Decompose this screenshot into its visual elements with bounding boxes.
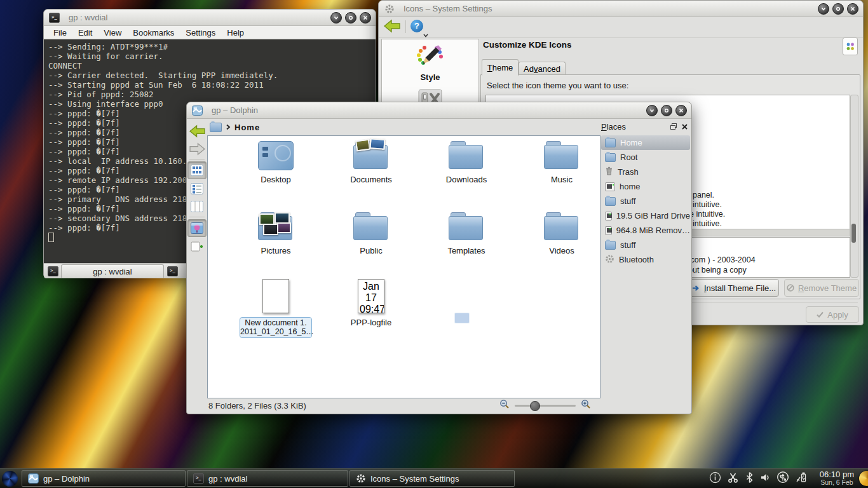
places-item-trash[interactable]: Trash (601, 165, 690, 179)
toolbar-separator (189, 217, 205, 217)
tab-theme[interactable]: Theme (482, 59, 519, 76)
clock-date: Sun, 6 Feb (820, 479, 854, 487)
panel-cashew-icon[interactable] (859, 471, 868, 486)
bluetooth-gear-icon (605, 254, 614, 266)
dolphin-icon-view[interactable]: Desktop Documents Downloads Music (207, 135, 600, 398)
app-launcher-icon[interactable] (2, 471, 18, 487)
folder-music[interactable]: Music (524, 141, 600, 184)
usb-device-icon[interactable] (776, 471, 789, 486)
close-button[interactable] (675, 105, 687, 116)
close-button[interactable] (360, 12, 371, 24)
apply-button[interactable]: Apply (806, 306, 859, 323)
folder-templates[interactable]: Templates (428, 212, 505, 255)
maximize-button[interactable] (832, 3, 844, 15)
preview-icon[interactable] (187, 219, 207, 237)
sidebar-item-style[interactable]: Style (382, 39, 478, 82)
close-button[interactable] (847, 3, 858, 15)
menu-help[interactable]: Help (222, 28, 248, 37)
folder-desktop[interactable]: Desktop (238, 141, 314, 184)
folder-public[interactable]: Public (333, 212, 409, 255)
task-dolphin[interactable]: gp – Dolphin (22, 470, 186, 487)
columns-view-icon[interactable] (188, 198, 206, 215)
home-folder-icon[interactable] (210, 123, 222, 132)
menu-file[interactable]: File (49, 28, 71, 37)
theme-list-item-fragment: intuitive. (693, 200, 722, 209)
places-item-root[interactable]: Root (601, 150, 690, 165)
places-item-home-partition[interactable]: home (601, 179, 690, 194)
taskbar: gp – Dolphin >_ gp : wvdial Icons – Syst… (0, 468, 868, 488)
tab-advanced[interactable]: Advanced (519, 62, 566, 76)
terminal-line: --> Waiting for carrier. (48, 51, 371, 61)
new-tab-icon[interactable]: >_ (48, 266, 58, 276)
terminal-tab[interactable]: gp : wvdial (61, 264, 164, 278)
theme-description-fragment: .com ) - 2003-2004 (688, 255, 756, 264)
back-arrow-icon[interactable] (384, 19, 400, 36)
file-ppp-logfile[interactable]: Jan 17 09:47:18 gp-Aspire-5738 pppd[1946… (333, 279, 409, 327)
terminal-menubar: File Edit View Bookmarks Settings Help (44, 26, 376, 39)
terminal-titlebar[interactable]: >_ gp : wvdial (44, 10, 376, 26)
places-item-removable[interactable]: 964.8 MiB Remov… (601, 223, 690, 238)
menu-settings[interactable]: Settings (181, 28, 220, 37)
dolphin-window-title: gp – Dolphin (212, 105, 258, 115)
folder-pictures[interactable]: Pictures (238, 212, 314, 255)
details-view-icon[interactable] (188, 180, 206, 197)
folder-videos[interactable]: Videos (524, 212, 600, 255)
folder-documents[interactable]: Documents (333, 141, 409, 184)
install-theme-file-button[interactable]: Install Theme File... (689, 279, 779, 297)
system-settings-titlebar[interactable]: Icons – System Settings (379, 1, 863, 17)
folder-downloads[interactable]: Downloads (428, 141, 505, 184)
checkmark-icon (817, 311, 824, 318)
home-folder-icon (605, 139, 616, 147)
file-label-selected: New document 1. 2011_01_20_16_5… (240, 317, 312, 338)
scrollbar-thumb[interactable] (851, 224, 856, 243)
gear-icon (384, 4, 395, 14)
close-panel-icon[interactable] (682, 122, 688, 132)
breadcrumb-home[interactable]: Home (234, 123, 260, 132)
bluetooth-icon[interactable] (745, 471, 754, 486)
overview-icon[interactable] (843, 37, 858, 55)
menu-edit[interactable]: Edit (74, 28, 97, 37)
float-panel-icon[interactable] (670, 122, 677, 132)
minimize-button[interactable] (818, 3, 829, 15)
zoom-in-icon[interactable] (581, 399, 591, 412)
status-summary: 8 Folders, 2 Files (3.3 KiB) (208, 401, 306, 410)
clock[interactable]: 06:10 pm Sun, 6 Feb (820, 470, 854, 487)
places-item-hard-drive[interactable]: 19.5 GiB Hard Drive (601, 208, 690, 223)
menu-view[interactable]: View (99, 28, 126, 37)
split-view-icon[interactable] (188, 238, 206, 255)
places-item-stuff-1[interactable]: stuff (601, 194, 690, 208)
tab-list-icon[interactable]: >_ (167, 266, 178, 276)
zoom-slider-handle[interactable] (530, 401, 540, 411)
desktop: { "colors": { "accent_selection": "#a0c4… (0, 0, 868, 488)
info-icon[interactable] (709, 471, 721, 486)
battery-icon[interactable] (795, 471, 807, 486)
theme-list-item-fragment: intuitive. (693, 219, 722, 228)
task-wvdial[interactable]: >_ gp : wvdial (187, 470, 348, 487)
back-arrow-icon[interactable] (188, 123, 206, 139)
dolphin-titlebar[interactable]: gp – Dolphin (187, 102, 691, 119)
folder-icon (353, 212, 389, 241)
minimize-button[interactable] (646, 105, 658, 116)
places-item-bluetooth[interactable]: Bluetooth (601, 252, 690, 267)
volume-icon[interactable] (760, 472, 771, 485)
theme-list-item-fragment: e intuitive. (689, 210, 725, 219)
breadcrumb: Home (210, 121, 260, 133)
forward-arrow-icon[interactable] (188, 140, 206, 157)
klipper-scissors-icon[interactable] (727, 471, 739, 486)
maximize-button[interactable] (345, 12, 356, 24)
places-panel: Places Home Root Trash home stuff (601, 120, 690, 397)
vertical-scrollbar[interactable] (850, 95, 858, 278)
zoom-slider[interactable] (515, 401, 576, 410)
places-item-stuff-2[interactable]: stuff (601, 238, 690, 252)
places-item-home[interactable]: Home (601, 135, 690, 150)
maximize-button[interactable] (661, 105, 672, 116)
terminal-line: --> Starting pppd at Sun Feb 6 18:08:22 … (48, 80, 371, 90)
icons-view-icon[interactable] (187, 161, 207, 179)
help-icon[interactable]: ? (410, 20, 423, 32)
file-new-document[interactable]: New document 1. 2011_01_20_16_5… (238, 279, 314, 338)
remove-theme-button[interactable]: Remove Theme (784, 279, 859, 297)
minimize-button[interactable] (330, 12, 342, 24)
zoom-out-icon[interactable] (499, 399, 510, 412)
menu-bookmarks[interactable]: Bookmarks (128, 28, 179, 37)
task-system-settings[interactable]: Icons – System Settings (349, 470, 515, 487)
